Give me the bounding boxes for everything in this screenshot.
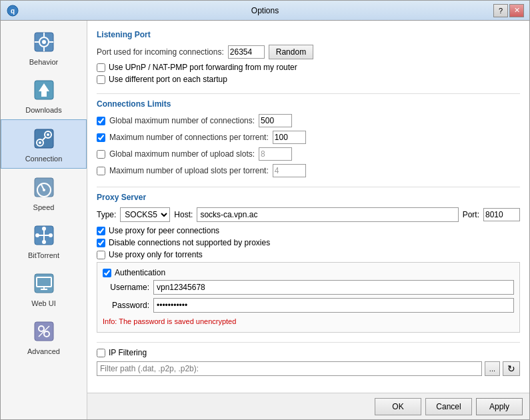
auth-box: Authentication Username: Password: Info:… bbox=[97, 262, 520, 333]
password-row: Password: bbox=[103, 298, 514, 313]
diff-port-label: Use different port on each startup bbox=[109, 75, 227, 84]
svg-point-15 bbox=[39, 141, 41, 144]
diff-port-row: Use different port on each startup bbox=[97, 75, 520, 84]
peer-proxy-row: Use proxy for peer connections bbox=[97, 226, 520, 235]
svg-point-16 bbox=[47, 133, 49, 136]
filter-refresh-button[interactable]: ↻ bbox=[503, 361, 520, 376]
connection-icon bbox=[31, 125, 57, 152]
disable-unsupported-checkbox[interactable] bbox=[97, 239, 105, 247]
upnp-row: Use UPnP / NAT-PMP port forwarding from … bbox=[97, 63, 520, 72]
port-row: Port used for incoming connections: 2635… bbox=[97, 45, 520, 59]
sidebar-item-webui[interactable]: Web UI bbox=[1, 265, 87, 313]
ok-button[interactable]: OK bbox=[375, 398, 421, 415]
disable-unsupported-row: Disable connections not supported by pro… bbox=[97, 238, 520, 247]
apply-button[interactable]: Apply bbox=[476, 398, 523, 415]
sidebar-item-connection[interactable]: Connection bbox=[1, 119, 87, 169]
upnp-label: Use UPnP / NAT-PMP port forwarding from … bbox=[109, 63, 297, 72]
ip-filtering-row: IP Filtering bbox=[97, 348, 520, 357]
sidebar-item-advanced[interactable]: Advanced bbox=[1, 313, 87, 361]
connection-limits-header: Connections Limits bbox=[97, 99, 520, 109]
divider-2 bbox=[97, 187, 520, 187]
close-button[interactable]: ✕ bbox=[509, 4, 524, 17]
filter-path-input[interactable] bbox=[97, 361, 482, 376]
svg-point-26 bbox=[35, 233, 39, 237]
password-info-text: Info: The password is saved unencrypted bbox=[103, 316, 514, 327]
proxy-type-select[interactable]: SOCKS5 None HTTP SOCKS4 bbox=[120, 207, 170, 222]
per-torrent-spinner bbox=[273, 131, 306, 144]
sidebar-item-downloads-label: Downloads bbox=[25, 106, 61, 114]
upload-per-torrent-spinner bbox=[273, 164, 306, 177]
proxy-server-header: Proxy Server bbox=[97, 193, 520, 202]
title-bar: q Options ? ✕ bbox=[1, 1, 529, 21]
sidebar-item-speed-label: Speed bbox=[33, 203, 55, 211]
filter-browse-button[interactable]: ... bbox=[485, 361, 500, 376]
svg-point-24 bbox=[42, 227, 46, 231]
only-torrents-row: Use proxy only for torrents bbox=[97, 250, 520, 259]
random-button[interactable]: Random bbox=[269, 45, 313, 59]
behavior-icon bbox=[31, 29, 57, 55]
bittorrent-icon bbox=[31, 222, 57, 249]
upload-slots-checkbox[interactable] bbox=[97, 150, 105, 159]
global-max-input[interactable] bbox=[259, 114, 292, 127]
proxy-host-label: Host: bbox=[174, 210, 193, 219]
proxy-host-input[interactable] bbox=[197, 207, 458, 222]
svg-point-20 bbox=[43, 189, 45, 191]
diff-port-checkbox[interactable] bbox=[97, 75, 105, 84]
username-label: Username: bbox=[103, 283, 149, 292]
sidebar: Behavior Downloads bbox=[1, 21, 87, 419]
only-torrents-checkbox[interactable] bbox=[97, 251, 105, 259]
auth-label: Authentication bbox=[115, 268, 165, 277]
listening-port-header: Listening Port bbox=[97, 30, 520, 39]
options-window: q Options ? ✕ bbox=[0, 0, 530, 420]
proxy-port-input[interactable] bbox=[483, 208, 520, 221]
title-bar-buttons: ? ✕ bbox=[493, 4, 524, 17]
filter-path-row: ... ↻ bbox=[97, 361, 520, 376]
help-button[interactable]: ? bbox=[493, 4, 508, 17]
disable-unsupported-label: Disable connections not supported by pro… bbox=[109, 238, 270, 247]
sidebar-item-speed[interactable]: Speed bbox=[1, 169, 87, 217]
sidebar-item-connection-label: Connection bbox=[25, 155, 63, 163]
bottom-bar: OK Cancel Apply bbox=[87, 393, 529, 419]
sidebar-item-webui-label: Web UI bbox=[31, 299, 55, 307]
webui-icon bbox=[31, 270, 57, 297]
title-bar-left: q bbox=[6, 4, 19, 17]
ip-filtering-section: IP Filtering ... ↻ bbox=[97, 348, 520, 376]
content-area: Behavior Downloads bbox=[1, 21, 529, 419]
speed-icon bbox=[31, 174, 57, 201]
per-torrent-checkbox[interactable] bbox=[97, 133, 105, 142]
svg-point-25 bbox=[42, 240, 46, 244]
upload-slots-label: Global maximum number of upload slots: bbox=[109, 149, 255, 159]
upload-slots-input[interactable] bbox=[259, 147, 292, 161]
username-input[interactable] bbox=[153, 280, 514, 295]
svg-point-27 bbox=[49, 233, 53, 237]
listening-port-section: Listening Port Port used for incoming co… bbox=[97, 30, 520, 84]
proxy-type-row: Type: SOCKS5 None HTTP SOCKS4 Host: Port… bbox=[97, 207, 520, 222]
global-max-row: Global maximum number of connections: bbox=[97, 114, 520, 127]
sidebar-item-bittorrent[interactable]: BitTorrent bbox=[1, 217, 87, 265]
upload-per-torrent-input[interactable] bbox=[273, 164, 306, 177]
main-panel: Listening Port Port used for incoming co… bbox=[87, 21, 529, 419]
per-torrent-input[interactable] bbox=[273, 131, 306, 144]
peer-proxy-label: Use proxy for peer connections bbox=[109, 226, 219, 235]
svg-point-4 bbox=[42, 40, 46, 44]
app-logo: q bbox=[6, 4, 19, 17]
sidebar-item-bittorrent-label: BitTorrent bbox=[28, 251, 59, 259]
global-max-spinner bbox=[259, 114, 292, 127]
sidebar-item-behavior[interactable]: Behavior bbox=[1, 23, 87, 71]
advanced-icon bbox=[31, 318, 57, 345]
port-label: Port used for incoming connections: bbox=[97, 47, 224, 57]
sidebar-item-downloads[interactable]: Downloads bbox=[1, 71, 87, 119]
upload-per-torrent-checkbox[interactable] bbox=[97, 167, 105, 175]
auth-checkbox-row: Authentication bbox=[103, 268, 514, 277]
auth-checkbox[interactable] bbox=[103, 269, 111, 277]
main-scroll-area[interactable]: Listening Port Port used for incoming co… bbox=[87, 21, 529, 393]
global-max-checkbox[interactable] bbox=[97, 117, 105, 125]
port-input[interactable]: 26354 bbox=[228, 45, 265, 59]
peer-proxy-checkbox[interactable] bbox=[97, 227, 105, 235]
cancel-button[interactable]: Cancel bbox=[425, 398, 472, 415]
upload-slots-row: Global maximum number of upload slots: bbox=[97, 147, 520, 161]
ip-filtering-checkbox[interactable] bbox=[97, 349, 105, 357]
upload-slots-spinner bbox=[259, 147, 292, 161]
upnp-checkbox[interactable] bbox=[97, 63, 105, 72]
password-input[interactable] bbox=[153, 298, 514, 313]
